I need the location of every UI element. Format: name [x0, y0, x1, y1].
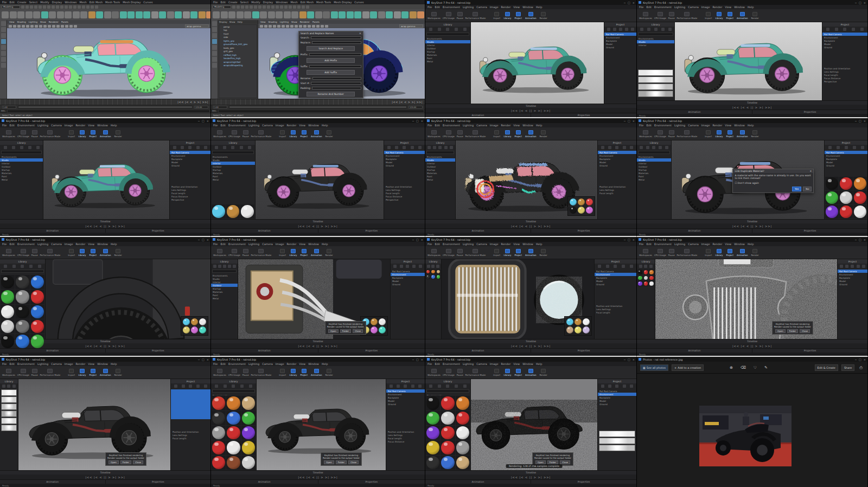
toolbar-button-animation[interactable]: Animation [311, 249, 322, 257]
environment-thumb[interactable] [599, 431, 635, 437]
menu-item[interactable]: Curves [143, 1, 152, 4]
panel-tab-icon[interactable] [837, 146, 840, 149]
transport-controls[interactable]: |<< |< < || > >| >>| [211, 343, 425, 348]
panel-tab-icon[interactable] [231, 146, 234, 149]
material-thumb[interactable] [1, 305, 15, 319]
dialog-button[interactable]: Folder [787, 329, 798, 333]
text-input[interactable] [311, 36, 361, 39]
panel-tab-icon[interactable] [228, 265, 231, 268]
material-thumb[interactable] [649, 275, 654, 281]
menu-item[interactable]: Lighting [248, 242, 259, 246]
menu-item[interactable]: Environment [443, 5, 460, 9]
last-tool-icon[interactable] [1, 57, 6, 62]
toolbar-button-import[interactable]: Import [279, 130, 286, 138]
maximize-icon[interactable]: □ [628, 238, 630, 241]
menu-item[interactable]: Lighting [674, 242, 685, 246]
status-icon[interactable] [47, 5, 50, 9]
panel-tab-icon[interactable] [182, 385, 185, 388]
material-thumb[interactable] [853, 191, 867, 204]
dialog-button[interactable]: Open [324, 460, 334, 464]
status-icon[interactable] [43, 5, 46, 9]
status-icon[interactable] [250, 5, 253, 9]
toolbar-button[interactable]: CPU Usage [228, 369, 240, 376]
shelf-icon[interactable] [25, 11, 33, 18]
see-all-photos-button[interactable]: ▦ See all photos [640, 364, 668, 371]
menu-item[interactable]: Mesh Tools [316, 1, 331, 4]
toolbar-button[interactable]: CPU Usage [228, 249, 240, 257]
search-input[interactable] [212, 270, 237, 273]
menu-item[interactable]: Window [97, 124, 108, 127]
minimize-icon[interactable]: ─ [198, 358, 200, 361]
toolbar-button-library[interactable]: Library [715, 130, 723, 138]
menu-item[interactable]: Window [308, 124, 319, 127]
menu-item[interactable]: Image [276, 242, 284, 246]
toolbar-button[interactable]: Workspaces [213, 369, 226, 376]
viewport-icon[interactable] [299, 25, 302, 28]
panel-tab-icon[interactable] [630, 265, 633, 268]
menu-item[interactable]: Edit [435, 5, 440, 9]
shelf-icon[interactable] [127, 11, 135, 18]
tree-row[interactable]: Metal [0, 178, 43, 181]
search-input[interactable] [1, 151, 42, 154]
dialog-button[interactable]: Open [775, 329, 786, 333]
shelf-icon[interactable] [88, 11, 95, 18]
menu-item[interactable]: Help [748, 5, 754, 9]
viewport-icon[interactable] [65, 25, 68, 28]
close-icon[interactable]: × [864, 238, 866, 241]
toolbar-button-project[interactable]: Project [514, 130, 522, 138]
material-thumb[interactable] [30, 290, 44, 304]
material-thumb[interactable] [431, 274, 435, 279]
close-icon[interactable]: × [864, 358, 866, 361]
panel-tab-icon[interactable] [204, 385, 207, 388]
yes-button[interactable]: Yes [792, 187, 801, 191]
close-icon[interactable]: × [810, 170, 812, 172]
menu-item[interactable]: File [213, 124, 218, 127]
menu-item[interactable]: File [213, 1, 218, 4]
toolbar-button-library[interactable]: Library [715, 249, 723, 257]
menu-item[interactable]: Help [111, 124, 117, 127]
panel-tab-icon[interactable] [623, 385, 626, 388]
menu-item[interactable]: Help [238, 21, 242, 23]
material-sphere[interactable] [199, 318, 206, 325]
toolbar-button-render[interactable]: Render [751, 12, 759, 20]
menu-item[interactable]: Render [713, 124, 723, 127]
material-thumb[interactable] [426, 440, 440, 454]
viewport[interactable]: KeyShot has finished renderingRender sav… [257, 379, 386, 470]
material-sphere[interactable] [583, 318, 590, 325]
toolbar-button-animation[interactable]: Animation [525, 369, 536, 376]
minimize-icon[interactable]: ─ [624, 1, 626, 4]
shelf-icon[interactable] [17, 11, 24, 18]
viewport-icon[interactable] [273, 25, 276, 28]
panel-tab-icon[interactable] [223, 265, 226, 268]
viewport-icon[interactable] [39, 25, 42, 28]
menu-item[interactable]: Help [536, 362, 542, 366]
toolbar-button-render[interactable]: Render [540, 369, 547, 376]
minimize-icon[interactable]: ─ [412, 119, 414, 123]
panel-tab-icon[interactable] [438, 146, 442, 149]
menu-item[interactable]: Image [490, 5, 499, 9]
shelf-icon[interactable] [49, 11, 56, 18]
material-sphere[interactable] [575, 326, 582, 334]
panel-tab-icon[interactable] [444, 146, 448, 149]
text-input[interactable] [312, 41, 361, 44]
search-input[interactable] [638, 33, 673, 36]
panel-tab-icon[interactable] [614, 265, 617, 268]
menu-item[interactable]: Image [65, 362, 73, 366]
toolbar-button[interactable]: Pause [242, 249, 249, 257]
panel-tab-icon[interactable] [411, 146, 414, 149]
panel-tab-icon[interactable] [29, 265, 33, 268]
status-icon[interactable] [267, 5, 270, 9]
panel-tab-icon[interactable] [431, 265, 435, 268]
text-input[interactable] [311, 82, 361, 85]
search-input[interactable] [212, 151, 254, 154]
action-button[interactable]: Add Suffix [307, 70, 355, 75]
toolbar-button-animation[interactable]: Animation [737, 12, 748, 20]
status-icon[interactable] [52, 5, 55, 9]
viewport-icon[interactable] [286, 25, 289, 28]
panel-tab-icon[interactable] [406, 265, 409, 268]
search-input[interactable] [426, 151, 454, 154]
panel-tab-icon[interactable] [613, 28, 616, 31]
status-icon[interactable] [241, 5, 244, 9]
viewport-menu-item[interactable]: Show [291, 21, 297, 23]
material-thumb[interactable] [426, 270, 430, 274]
